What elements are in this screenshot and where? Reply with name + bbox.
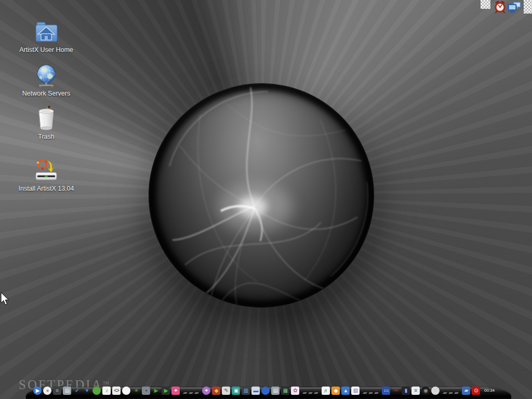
art-flower-icon[interactable]: ✿ bbox=[291, 387, 299, 395]
panel-transparency-right bbox=[524, 0, 532, 14]
megaphone-icon[interactable]: ✦ bbox=[171, 387, 180, 395]
speaker-doc-icon[interactable]: ♬ bbox=[322, 387, 330, 395]
mouse-cursor-icon bbox=[0, 292, 10, 309]
network-monitors-icon[interactable] bbox=[507, 2, 522, 15]
document-viewer-icon[interactable]: ≡ bbox=[411, 387, 420, 395]
monitor-photo-icon[interactable]: ▬ bbox=[251, 387, 260, 395]
desktop-icon-install[interactable]: Install ArtistX 13.04 bbox=[7, 158, 85, 192]
power-button-icon[interactable]: ⊙ bbox=[472, 387, 480, 395]
desktop-icon-network-servers[interactable]: Network Servers bbox=[7, 63, 85, 97]
checkmark-icon[interactable]: ✔ bbox=[73, 387, 81, 395]
watermark-tm: TM bbox=[103, 381, 109, 385]
pencil-notes-icon[interactable]: ✎ bbox=[222, 387, 230, 395]
playlist-icon[interactable]: ▶ bbox=[162, 387, 170, 395]
file-manager-icon[interactable]: ▰ bbox=[462, 387, 470, 395]
screen-capture-icon[interactable]: ▦ bbox=[281, 387, 289, 395]
terminal-icon[interactable]: ≡ bbox=[53, 387, 61, 395]
dock-separator bbox=[301, 392, 320, 395]
cd-disc-icon[interactable]: ◌ bbox=[431, 387, 440, 395]
media-player-icon[interactable]: ▶ bbox=[33, 387, 42, 395]
wallpaper-sphere bbox=[149, 83, 374, 308]
alarm-clock-icon[interactable] bbox=[494, 1, 507, 16]
desktop-icon-label: Install ArtistX 13.04 bbox=[7, 185, 85, 192]
play-triangle-icon[interactable]: ▶ bbox=[152, 387, 160, 395]
desktop-icon-label: ArtistX User Home bbox=[7, 46, 85, 54]
panel-transparency-left bbox=[481, 0, 490, 9]
orange-app-icon[interactable]: ◆ bbox=[331, 387, 340, 395]
printer-icon[interactable]: ▤ bbox=[63, 387, 71, 395]
video-app-icon[interactable]: ▭ bbox=[382, 387, 390, 395]
green-mascot-icon[interactable] bbox=[92, 387, 101, 395]
desktop-screen: ArtistX User Home Network Servers bbox=[0, 0, 532, 399]
trash-can-icon bbox=[34, 105, 58, 131]
wizard-icon[interactable]: ✦ bbox=[202, 387, 210, 395]
dock-clock: 00:34 bbox=[484, 387, 495, 395]
download-arrow-icon[interactable]: ▼ bbox=[83, 387, 91, 395]
green-flower-icon[interactable]: ✳ bbox=[132, 387, 140, 395]
network-globe-icon bbox=[34, 63, 59, 88]
dock-separator bbox=[361, 392, 380, 395]
blue-tool-icon[interactable]: ▲ bbox=[341, 387, 350, 395]
blue-globe-icon[interactable] bbox=[261, 387, 270, 395]
desktop-icon-trash[interactable]: Trash bbox=[7, 105, 85, 140]
desktop-icon-label: Trash bbox=[7, 133, 85, 140]
sphere-smoke-art bbox=[149, 83, 374, 308]
chat-bubble-icon[interactable] bbox=[122, 387, 130, 395]
dual-monitor-icon[interactable]: ▮ bbox=[402, 387, 410, 395]
dock-separator bbox=[441, 392, 460, 395]
printer-2-icon[interactable]: ▤ bbox=[271, 387, 280, 395]
desktop-icon-label: Network Servers bbox=[7, 90, 85, 97]
install-cd-icon bbox=[32, 158, 60, 183]
paint-app-icon[interactable]: ◆ bbox=[212, 387, 220, 395]
music-file-icon[interactable]: ♪ bbox=[102, 387, 111, 395]
dock-separator bbox=[181, 392, 201, 395]
teal-app-icon[interactable]: ▣ bbox=[232, 387, 240, 395]
color-doc-icon[interactable]: ▧ bbox=[351, 387, 360, 395]
archive-box-icon[interactable]: ▪ bbox=[142, 387, 150, 395]
monitor-color-icon[interactable]: ▥ bbox=[242, 387, 250, 395]
dock-items: ▶●≡▤✔▼♪<>✳▪▶▶✦✦◆✎▣▥▬▤▦✿♬◆▲▧▭✂▮≡◉◌▰⊙00:34 bbox=[33, 385, 495, 395]
desktop-icon-user-home[interactable]: ArtistX User Home bbox=[7, 21, 85, 54]
record-dial-icon[interactable]: ◉ bbox=[421, 387, 430, 395]
scissors-icon[interactable]: ✂ bbox=[392, 387, 400, 395]
home-folder-icon bbox=[33, 21, 59, 45]
cd-player-icon[interactable]: ● bbox=[43, 387, 51, 395]
code-editor-icon[interactable]: <> bbox=[112, 387, 121, 395]
